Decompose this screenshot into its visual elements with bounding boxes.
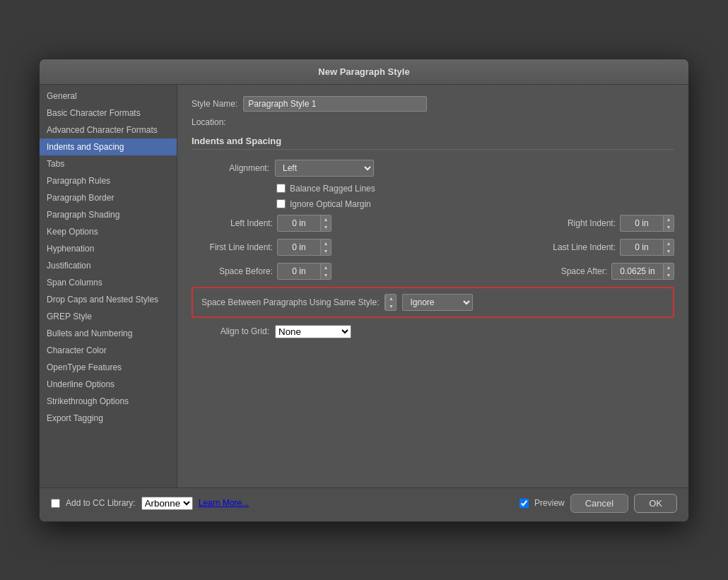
left-indent-arrows: ▲ ▼: [320, 215, 331, 231]
space-after-up[interactable]: ▲: [664, 264, 674, 271]
last-line-indent-input[interactable]: [621, 240, 663, 254]
sidebar-item-paragraph-shading[interactable]: Paragraph Shading: [40, 206, 177, 223]
sidebar-item-hyphenation[interactable]: Hyphenation: [40, 240, 177, 257]
first-line-indent-spinbox: ▲ ▼: [277, 239, 331, 256]
ignore-optical-label: Ignore Optical Margin: [290, 199, 371, 209]
ignore-optical-row: Ignore Optical Margin: [276, 199, 674, 209]
location-label: Location:: [192, 117, 226, 127]
space-before-down[interactable]: ▼: [321, 271, 331, 279]
indent-row-1: Left Indent: ▲ ▼ Right Indent:: [192, 215, 674, 232]
sidebar-item-opentype-features[interactable]: OpenType Features: [40, 359, 177, 376]
sidebar-item-span-columns[interactable]: Span Columns: [40, 274, 177, 291]
right-indent-down[interactable]: ▼: [664, 223, 674, 231]
sidebar-item-bullets-and-numbering[interactable]: Bullets and Numbering: [40, 325, 177, 342]
sidebar-item-keep-options[interactable]: Keep Options: [40, 223, 177, 240]
space-after-down[interactable]: ▼: [664, 271, 674, 279]
last-line-indent-up[interactable]: ▲: [664, 239, 674, 247]
last-line-indent-down[interactable]: ▼: [664, 247, 674, 255]
sidebar-item-strikethrough-options[interactable]: Strikethrough Options: [40, 393, 177, 410]
sidebar: GeneralBasic Character FormatsAdvanced C…: [40, 85, 177, 487]
left-indent-group: Left Indent: ▲ ▼: [192, 215, 375, 232]
alignment-row: Alignment: Left Center Right Justify Jus…: [192, 160, 674, 177]
left-indent-spinbox: ▲ ▼: [277, 215, 331, 232]
first-line-indent-label: First Line Indent:: [192, 242, 273, 252]
last-line-indent-group: Last Line Indent: ▲ ▼: [545, 239, 674, 256]
library-select[interactable]: Arbonne: [141, 497, 193, 510]
dialog-body: GeneralBasic Character FormatsAdvanced C…: [40, 85, 688, 487]
dialog-titlebar: New Paragraph Style: [40, 59, 688, 85]
dialog-title: New Paragraph Style: [318, 66, 409, 77]
sidebar-item-export-tagging[interactable]: Export Tagging: [40, 410, 177, 427]
style-name-row: Style Name:: [192, 96, 674, 112]
ok-button[interactable]: OK: [634, 494, 677, 513]
right-indent-input[interactable]: [621, 216, 663, 230]
indent-row-2: First Line Indent: ▲ ▼ Last Line Indent:: [192, 239, 674, 256]
style-name-input[interactable]: [243, 96, 427, 112]
space-between-spinbox: ▲ ▼: [384, 294, 397, 311]
align-grid-select[interactable]: None All Lines First Line Only: [275, 325, 351, 338]
section-title: Indents and Spacing: [192, 136, 674, 150]
main-content: Style Name: Location: Indents and Spacin…: [177, 85, 688, 487]
ignore-optical-checkbox[interactable]: [276, 199, 286, 208]
alignment-select[interactable]: Left Center Right Justify Justify Last L…: [275, 160, 374, 177]
space-before-label: Space Before:: [192, 266, 273, 276]
right-indent-label: Right Indent:: [545, 218, 616, 228]
balance-ragged-row: Balance Ragged Lines: [276, 184, 674, 194]
space-between-select[interactable]: Ignore 0 in 0.0625 in: [402, 294, 473, 311]
first-line-indent-input[interactable]: [278, 240, 320, 254]
space-after-arrows: ▲ ▼: [663, 264, 674, 279]
space-before-up[interactable]: ▲: [321, 264, 331, 271]
dialog-footer: Add to CC Library: Arbonne Learn More...…: [40, 487, 688, 521]
learn-more-link[interactable]: Learn More...: [199, 498, 249, 508]
right-indent-group: Right Indent: ▲ ▼: [545, 215, 674, 232]
sidebar-item-grep-style[interactable]: GREP Style: [40, 308, 177, 325]
sidebar-item-basic-character-formats[interactable]: Basic Character Formats: [40, 105, 177, 122]
left-indent-down[interactable]: ▼: [321, 223, 331, 231]
style-name-label: Style Name:: [192, 99, 237, 109]
balance-ragged-checkbox[interactable]: [276, 184, 286, 193]
space-between-highlight-box: Space Between Paragraphs Using Same Styl…: [192, 287, 674, 318]
space-before-arrows: ▲ ▼: [320, 264, 331, 279]
first-line-indent-up[interactable]: ▲: [321, 239, 331, 247]
right-indent-up[interactable]: ▲: [664, 215, 674, 223]
first-line-indent-arrows: ▲ ▼: [320, 239, 331, 255]
sidebar-item-drop-caps-and-nested-styles[interactable]: Drop Caps and Nested Styles: [40, 291, 177, 308]
sidebar-item-indents-and-spacing[interactable]: Indents and Spacing: [40, 138, 177, 155]
last-line-indent-arrows: ▲ ▼: [663, 239, 674, 255]
sidebar-item-paragraph-border[interactable]: Paragraph Border: [40, 189, 177, 206]
sidebar-item-tabs[interactable]: Tabs: [40, 155, 177, 172]
preview-checkbox[interactable]: [519, 499, 529, 508]
space-between-arrows: ▲ ▼: [385, 295, 396, 310]
add-cc-library-label: Add to CC Library:: [66, 498, 136, 508]
space-after-spinbox: ▲ ▼: [611, 263, 674, 280]
location-row: Location:: [192, 117, 674, 127]
preview-label: Preview: [534, 498, 565, 508]
sidebar-item-underline-options[interactable]: Underline Options: [40, 376, 177, 393]
left-indent-label: Left Indent:: [192, 218, 273, 228]
sidebar-item-character-color[interactable]: Character Color: [40, 342, 177, 359]
last-line-indent-label: Last Line Indent:: [545, 242, 616, 252]
right-indent-spinbox: ▲ ▼: [620, 215, 674, 232]
space-after-input[interactable]: [612, 264, 663, 278]
alignment-label: Alignment:: [192, 163, 269, 173]
align-grid-label: Align to Grid:: [192, 326, 269, 336]
space-between-down[interactable]: ▼: [386, 302, 396, 310]
first-line-indent-group: First Line Indent: ▲ ▼: [192, 239, 375, 256]
sidebar-item-general[interactable]: General: [40, 88, 177, 105]
last-line-indent-spinbox: ▲ ▼: [620, 239, 674, 256]
cancel-button[interactable]: Cancel: [570, 494, 628, 513]
space-before-group: Space Before: ▲ ▼: [192, 263, 375, 280]
space-before-input[interactable]: [278, 264, 320, 278]
sidebar-item-paragraph-rules[interactable]: Paragraph Rules: [40, 172, 177, 189]
space-before-spinbox: ▲ ▼: [277, 263, 331, 280]
left-indent-input[interactable]: [278, 216, 320, 230]
sidebar-item-justification[interactable]: Justification: [40, 257, 177, 274]
space-between-up[interactable]: ▲: [386, 295, 396, 302]
add-cc-library-checkbox[interactable]: [51, 499, 60, 508]
balance-ragged-label: Balance Ragged Lines: [290, 184, 375, 194]
new-paragraph-style-dialog: New Paragraph Style GeneralBasic Charact…: [39, 59, 689, 522]
left-indent-up[interactable]: ▲: [321, 215, 331, 223]
first-line-indent-down[interactable]: ▼: [321, 247, 331, 255]
space-after-group: Space After: ▲ ▼: [536, 263, 674, 280]
sidebar-item-advanced-character-formats[interactable]: Advanced Character Formats: [40, 122, 177, 138]
